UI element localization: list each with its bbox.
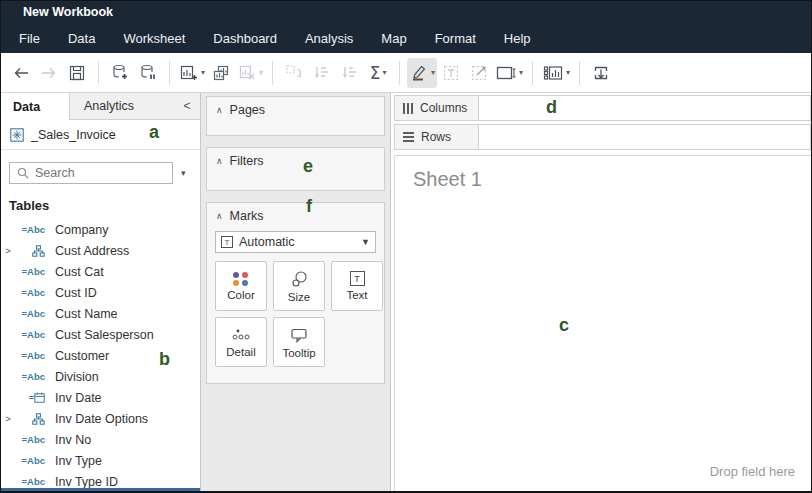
clear-sheet-button[interactable]: ▾	[235, 58, 265, 88]
menu-format[interactable]: Format	[435, 31, 476, 46]
field-cust-salesperson[interactable]: =AbcCust Salesperson	[1, 324, 200, 345]
menu-help[interactable]: Help	[504, 31, 531, 46]
color-button[interactable]: Color	[215, 261, 267, 311]
search-options-caret[interactable]: ▾	[181, 168, 186, 178]
menu-analysis[interactable]: Analysis	[305, 31, 353, 46]
toolbar-separator	[532, 61, 533, 85]
size-icon	[289, 270, 309, 288]
field-label: Division	[55, 370, 99, 384]
sheet-canvas[interactable]: Sheet 1 Drop field here	[394, 155, 811, 491]
toolbar-separator	[399, 61, 400, 85]
field-label: Cust ID	[55, 286, 97, 300]
highlight-button[interactable]: ▾	[407, 58, 437, 88]
show-mark-labels-button[interactable]	[437, 58, 465, 88]
show-me-button[interactable]: ▾	[540, 58, 572, 88]
columns-shelf-text: Columns	[420, 101, 467, 115]
save-icon	[68, 64, 86, 82]
detail-icon	[230, 327, 252, 343]
hierarchy-field-icon	[15, 245, 45, 257]
menu-file[interactable]: File	[19, 31, 40, 46]
fit-button[interactable]: ▾	[493, 58, 525, 88]
tab-data[interactable]: Data	[1, 93, 69, 120]
size-label: Size	[288, 291, 310, 303]
titlebar: New Workbook	[1, 1, 811, 23]
search-box[interactable]	[9, 162, 173, 184]
annotation-c: c	[559, 315, 569, 336]
sort-ascending-button[interactable]	[308, 58, 336, 88]
detail-button[interactable]: Detail	[215, 317, 267, 367]
string-field-icon: =Abc	[15, 455, 45, 466]
highlight-caret: ▾	[431, 68, 435, 77]
tableau-window: New Workbook FileDataWorksheetDashboardA…	[0, 0, 812, 493]
tooltip-button[interactable]: Tooltip	[273, 317, 325, 367]
field-inv-date-options[interactable]: >Inv Date Options	[1, 408, 200, 429]
pages-card-header[interactable]: ∧ Pages	[207, 97, 384, 119]
menu-dashboard[interactable]: Dashboard	[213, 31, 277, 46]
swap-rows-columns-button[interactable]	[280, 58, 308, 88]
rows-shelf[interactable]: Rows	[394, 124, 811, 150]
undo-button[interactable]	[7, 58, 35, 88]
field-company[interactable]: =AbcCompany	[1, 219, 200, 240]
field-label: Inv Date	[55, 391, 102, 405]
annotation-d: d	[546, 97, 557, 118]
string-field-icon: =Abc	[15, 224, 45, 235]
field-customer[interactable]: =AbcCustomer	[1, 345, 200, 366]
bottom-scroll-strip[interactable]	[1, 488, 201, 491]
menu-bar: FileDataWorksheetDashboardAnalysisMapFor…	[1, 23, 811, 53]
new-worksheet-caret: ▾	[201, 68, 205, 77]
size-button[interactable]: Size	[273, 261, 325, 311]
redo-button[interactable]	[35, 58, 63, 88]
rows-shelf-label: Rows	[395, 125, 479, 149]
sort-descending-button[interactable]	[336, 58, 364, 88]
presentation-mode-button[interactable]	[587, 58, 615, 88]
filters-card-header[interactable]: ∧ Filters	[207, 148, 384, 170]
pause-auto-updates-icon	[138, 63, 158, 83]
marks-card-header[interactable]: ∧ Marks	[207, 203, 384, 225]
field-cust-name[interactable]: =AbcCust Name	[1, 303, 200, 324]
field-cust-address[interactable]: >Cust Address	[1, 240, 200, 261]
data-pane: Data Analytics < _Sales_Invoice ▾ Tables…	[1, 93, 201, 491]
pause-auto-updates-button[interactable]	[134, 58, 162, 88]
search-input[interactable]	[35, 166, 145, 180]
field-label: Customer	[55, 349, 109, 363]
redo-icon	[40, 64, 58, 82]
field-division[interactable]: =AbcDivision	[1, 366, 200, 387]
filters-card-title: Filters	[230, 154, 264, 168]
expander-icon[interactable]: >	[1, 413, 15, 424]
collapse-icon: <	[183, 99, 190, 113]
collapse-pane-button[interactable]: <	[174, 93, 200, 120]
totals-icon: Σ	[370, 63, 381, 83]
totals-button[interactable]: Σ▾	[364, 58, 392, 88]
annotation-b: b	[159, 349, 170, 370]
menu-map[interactable]: Map	[381, 31, 406, 46]
field-inv-date[interactable]: =Inv Date	[1, 387, 200, 408]
new-data-source-button[interactable]	[106, 58, 134, 88]
field-inv-no[interactable]: =AbcInv No	[1, 429, 200, 450]
rows-drop-area[interactable]	[479, 125, 810, 149]
fix-axes-button[interactable]	[465, 58, 493, 88]
field-inv-type[interactable]: =AbcInv Type	[1, 450, 200, 471]
columns-shelf[interactable]: Columns	[394, 95, 811, 121]
columns-drop-area[interactable]	[479, 96, 810, 120]
presentation-mode-icon	[591, 63, 611, 83]
save-button[interactable]	[63, 58, 91, 88]
duplicate-sheet-button[interactable]	[207, 58, 235, 88]
clear-sheet-caret: ▾	[259, 68, 263, 77]
tab-analytics[interactable]: Analytics	[69, 93, 174, 120]
field-cust-cat[interactable]: =AbcCust Cat	[1, 261, 200, 282]
show-mark-labels-icon	[441, 63, 461, 83]
new-worksheet-button[interactable]: ▾	[177, 58, 207, 88]
columns-shelf-label: Columns	[395, 96, 479, 120]
expander-icon[interactable]: >	[1, 245, 15, 256]
text-mark-icon: T	[221, 236, 233, 248]
duplicate-sheet-icon	[211, 63, 231, 83]
menu-worksheet[interactable]: Worksheet	[123, 31, 185, 46]
annotation-f: f	[306, 196, 312, 217]
mark-type-caret: ▼	[361, 237, 370, 247]
datasource-row[interactable]: _Sales_Invoice	[1, 120, 200, 150]
toolbar-separator	[272, 61, 273, 85]
mark-type-dropdown[interactable]: T Automatic ▼	[215, 231, 376, 253]
text-button[interactable]: T Text	[331, 261, 383, 311]
field-cust-id[interactable]: =AbcCust ID	[1, 282, 200, 303]
menu-data[interactable]: Data	[68, 31, 95, 46]
